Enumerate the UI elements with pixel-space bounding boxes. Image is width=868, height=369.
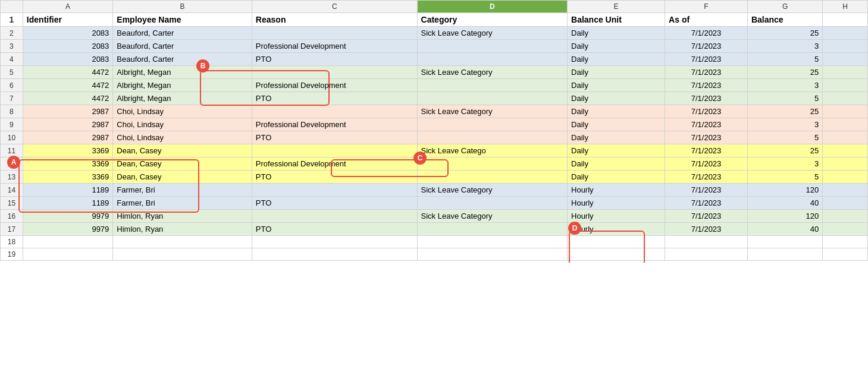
cell-identifier[interactable]: 4472 (23, 79, 112, 92)
cell-unit[interactable]: Daily (568, 144, 665, 157)
cell-asof[interactable]: 7/1/2023 (665, 157, 748, 171)
cell-reason[interactable]: PTO (252, 197, 417, 210)
cell-name[interactable]: Albright, Megan (113, 66, 252, 79)
row-num-17[interactable]: 17 (1, 223, 23, 236)
cell-balance[interactable]: 25 (747, 66, 822, 79)
cell-balance[interactable]: 5 (747, 171, 822, 184)
cell-reason[interactable]: Professional Development (252, 157, 417, 171)
cell-category[interactable]: Sick Leave Category (417, 105, 567, 118)
cell-reason[interactable]: PTO (252, 223, 417, 236)
cell-identifier[interactable]: 4472 (23, 66, 112, 79)
cell-extra[interactable] (823, 131, 868, 144)
cell-asof[interactable]: 7/1/2023 (665, 105, 748, 118)
cell-identifier[interactable]: 3369 (23, 157, 112, 171)
cell-name[interactable] (113, 236, 252, 248)
cell-balance[interactable]: 25 (747, 105, 822, 118)
cell-category[interactable]: Sick Leave Catego (417, 144, 567, 157)
cell-category[interactable]: Sick Leave Category (417, 27, 567, 40)
cell-name[interactable]: Choi, Lindsay (113, 105, 252, 118)
cell-balance[interactable]: 40 (747, 223, 822, 236)
cell-extra[interactable] (823, 223, 868, 236)
cell-category[interactable] (417, 131, 567, 144)
row-num-8[interactable]: 8 (1, 105, 23, 118)
cell-identifier[interactable]: 3369 (23, 144, 112, 157)
cell-balance[interactable]: 5 (747, 131, 822, 144)
cell-extra[interactable] (823, 248, 868, 261)
cell-asof[interactable]: 7/1/2023 (665, 79, 748, 92)
cell-extra[interactable] (823, 236, 868, 248)
cell-category[interactable] (417, 40, 567, 53)
cell-unit[interactable]: Daily (568, 105, 665, 118)
cell-reason[interactable]: Professional Development (252, 79, 417, 92)
cell-unit[interactable]: Hourly (568, 184, 665, 197)
cell-category[interactable] (417, 236, 567, 248)
cell-reason[interactable] (252, 66, 417, 79)
cell-extra[interactable] (823, 157, 868, 171)
cell-extra[interactable] (823, 92, 868, 105)
cell-asof[interactable]: 7/1/2023 (665, 66, 748, 79)
row-num-7[interactable]: 7 (1, 92, 23, 105)
cell-identifier[interactable]: 2987 (23, 105, 112, 118)
row-num-18[interactable]: 18 (1, 236, 23, 248)
cell-category[interactable] (417, 157, 567, 171)
col-header-b[interactable]: B (113, 1, 252, 13)
cell-asof[interactable]: 7/1/2023 (665, 210, 748, 223)
cell-category[interactable]: Sick Leave Category (417, 66, 567, 79)
row-num-15[interactable]: 15 (1, 197, 23, 210)
cell-unit[interactable]: Hourly (568, 197, 665, 210)
cell-unit[interactable]: Daily (568, 40, 665, 53)
cell-extra[interactable] (823, 79, 868, 92)
cell-extra[interactable] (823, 171, 868, 184)
cell-unit[interactable]: Daily (568, 118, 665, 131)
cell-name[interactable]: Dean, Casey (113, 157, 252, 171)
cell-identifier[interactable]: 1189 (23, 197, 112, 210)
col-header-g[interactable]: G (747, 1, 822, 13)
cell-asof[interactable]: 7/1/2023 (665, 131, 748, 144)
cell-name[interactable] (113, 248, 252, 261)
cell-balance[interactable]: 5 (747, 92, 822, 105)
cell-extra[interactable] (823, 210, 868, 223)
cell-category[interactable]: Sick Leave Category (417, 184, 567, 197)
cell-balance[interactable]: 5 (747, 53, 822, 66)
cell-name[interactable]: Himlon, Ryan (113, 210, 252, 223)
cell-balance[interactable] (747, 248, 822, 261)
cell-extra[interactable] (823, 27, 868, 40)
row-num-3[interactable]: 3 (1, 40, 23, 53)
cell-unit[interactable]: Daily (568, 171, 665, 184)
cell-identifier[interactable]: 2083 (23, 27, 112, 40)
cell-asof[interactable]: 7/1/2023 (665, 144, 748, 157)
row-num-13[interactable]: 13 (1, 171, 23, 184)
cell-identifier[interactable] (23, 236, 112, 248)
cell-identifier[interactable]: 2987 (23, 118, 112, 131)
cell-identifier[interactable]: 2987 (23, 131, 112, 144)
cell-unit[interactable]: Hourly (568, 223, 665, 236)
cell-reason[interactable] (252, 210, 417, 223)
cell-category[interactable] (417, 248, 567, 261)
cell-identifier[interactable]: 3369 (23, 171, 112, 184)
cell-balance[interactable]: 120 (747, 210, 822, 223)
cell-asof[interactable]: 7/1/2023 (665, 53, 748, 66)
cell-category[interactable] (417, 79, 567, 92)
cell-reason[interactable]: PTO (252, 171, 417, 184)
col-header-f[interactable]: F (665, 1, 748, 13)
cell-asof[interactable] (665, 236, 748, 248)
cell-balance[interactable]: 3 (747, 157, 822, 171)
cell-balance[interactable]: 3 (747, 118, 822, 131)
cell-unit[interactable] (568, 248, 665, 261)
cell-identifier[interactable]: 2083 (23, 53, 112, 66)
cell-unit[interactable]: Daily (568, 92, 665, 105)
cell-reason[interactable] (252, 144, 417, 157)
cell-identifier[interactable]: 9979 (23, 223, 112, 236)
col-header-a[interactable]: A (23, 1, 112, 13)
row-num-14[interactable]: 14 (1, 184, 23, 197)
cell-reason[interactable]: PTO (252, 92, 417, 105)
cell-asof[interactable]: 7/1/2023 (665, 171, 748, 184)
cell-unit[interactable]: Daily (568, 27, 665, 40)
cell-identifier[interactable]: 1189 (23, 184, 112, 197)
cell-name[interactable]: Beauford, Carter (113, 40, 252, 53)
cell-extra[interactable] (823, 184, 868, 197)
col-header-e[interactable]: E (568, 1, 665, 13)
cell-identifier[interactable]: 2083 (23, 40, 112, 53)
cell-reason[interactable]: PTO (252, 131, 417, 144)
cell-unit[interactable]: Daily (568, 53, 665, 66)
